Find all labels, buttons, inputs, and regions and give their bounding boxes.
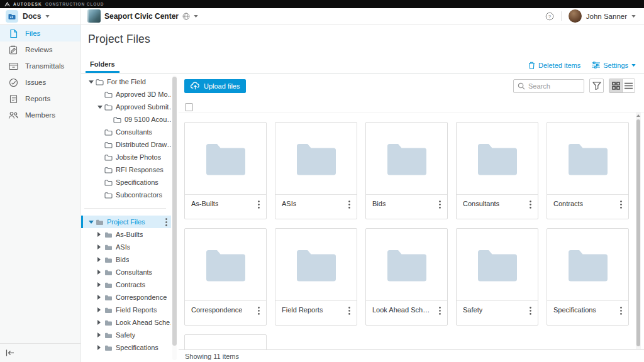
help-icon[interactable]: ? <box>545 12 554 21</box>
folder-filled-icon <box>104 319 113 326</box>
tree-item-specifications[interactable]: Specifications <box>81 341 171 354</box>
folder-card-label: Look Ahead Schedules <box>372 306 432 314</box>
folder-card-safety[interactable]: Safety <box>456 228 538 326</box>
tree-item-specifications[interactable]: Specifications <box>81 176 171 189</box>
tree-item-09-5100-acou[interactable]: 09 5100 Acou… <box>81 113 171 126</box>
upload-files-button[interactable]: Upload files <box>184 79 246 93</box>
folder-card-field-reports[interactable]: Field Reports <box>275 228 357 326</box>
folder-filled-icon <box>104 244 113 251</box>
tree-scrollbar[interactable] <box>172 75 177 360</box>
content-scrollbar-thumb[interactable] <box>636 119 640 346</box>
folder-card-partial[interactable] <box>184 334 267 349</box>
tree-item-menu-button[interactable] <box>165 218 167 226</box>
caret-down-icon[interactable] <box>97 106 104 109</box>
tab-folders-label: Folders <box>90 60 115 68</box>
tree-item-label: Safety <box>116 331 135 339</box>
tree-scrollbar-thumb[interactable] <box>172 77 177 346</box>
reviews-icon <box>8 45 18 55</box>
caret-down-icon[interactable] <box>89 80 96 84</box>
caret-right-icon[interactable] <box>97 232 104 237</box>
caret-right-icon[interactable] <box>97 345 104 350</box>
tree-item-consultants[interactable]: Consultants <box>81 266 171 278</box>
search-input[interactable] <box>528 82 580 90</box>
folder-card-consultants[interactable]: Consultants <box>456 122 538 219</box>
sidebar-item-label: Reviews <box>25 46 52 53</box>
folder-filled-icon <box>104 256 113 263</box>
tree-item-approved-3d-mo[interactable]: Approved 3D Mo… <box>81 88 171 101</box>
tree-item-subcontractors[interactable]: Subcontractors <box>81 189 171 201</box>
caret-right-icon[interactable] <box>97 270 104 275</box>
folder-card-menu-button[interactable] <box>346 306 353 315</box>
folder-card-menu-button[interactable] <box>436 306 443 315</box>
caret-right-icon[interactable] <box>97 307 104 312</box>
folder-card-menu-button[interactable] <box>255 200 262 209</box>
collapse-panel-icon[interactable] <box>6 349 14 356</box>
user-menu[interactable]: John Sanner <box>569 9 636 23</box>
folder-card-footer: Correspondence <box>185 301 266 325</box>
tree-item-rfi-responses[interactable]: RFI Responses <box>81 163 171 176</box>
tree-item-contracts[interactable]: Contracts <box>81 278 171 291</box>
top-brand-bar: AUTODESK CONSTRUCTION CLOUD <box>0 0 644 8</box>
folder-large-icon <box>567 248 609 282</box>
project-switcher[interactable]: Seaport Civic Center <box>81 8 198 24</box>
folder-card-look-ahead-schedules[interactable]: Look Ahead Schedules <box>365 228 448 326</box>
caret-right-icon[interactable] <box>97 332 104 337</box>
folder-card-bids[interactable]: Bids <box>365 122 448 219</box>
tree-item-safety[interactable]: Safety <box>81 329 171 341</box>
caret-right-icon[interactable] <box>97 257 104 262</box>
folder-card-menu-button[interactable] <box>527 306 534 315</box>
tree-item-jobsite-photos[interactable]: Jobsite Photos <box>81 151 171 163</box>
tree-item-consultants[interactable]: Consultants <box>81 126 171 138</box>
folder-large-icon <box>296 248 337 282</box>
tree-item-label: Contracts <box>116 281 145 288</box>
tab-folders[interactable]: Folders <box>86 57 119 73</box>
caret-right-icon[interactable] <box>97 282 104 287</box>
tree-item-project-files[interactable]: Project Files <box>81 216 171 228</box>
folder-card-menu-button[interactable] <box>527 200 534 209</box>
folder-card-menu-button[interactable] <box>436 200 443 209</box>
tree-item-for-the-field[interactable]: For the Field <box>81 75 171 88</box>
caret-right-icon[interactable] <box>97 320 104 325</box>
sidebar-item-members[interactable]: Members <box>0 107 80 123</box>
folder-card-asis[interactable]: ASIs <box>275 122 357 219</box>
folder-card-label: Consultants <box>463 200 499 207</box>
sidebar-item-transmittals[interactable]: Transmittals <box>0 58 80 74</box>
folder-filled-icon <box>104 344 113 351</box>
folder-card-contracts[interactable]: Contracts <box>547 122 629 219</box>
sidebar-item-reports[interactable]: Reports <box>0 90 80 107</box>
filter-button[interactable] <box>589 79 604 93</box>
list-view-button[interactable] <box>622 79 635 92</box>
tree-item-correspondence[interactable]: Correspondence <box>81 291 171 304</box>
grid-view-button[interactable] <box>609 79 622 92</box>
content-scrollbar[interactable] <box>636 112 641 349</box>
caret-right-icon[interactable] <box>97 295 104 300</box>
folder-filled-icon <box>96 219 104 226</box>
select-all-checkbox[interactable] <box>185 103 193 111</box>
folder-large-icon <box>567 142 609 175</box>
tree-item-look-ahead-sche[interactable]: Look Ahead Sche… <box>81 316 171 329</box>
folder-card-menu-button[interactable] <box>618 306 625 315</box>
tree-item-approved-submit[interactable]: Approved Submit… <box>81 101 171 113</box>
tree-item-asis[interactable]: ASIs <box>81 241 171 253</box>
folder-card-correspondence[interactable]: Correspondence <box>184 228 267 326</box>
settings-button[interactable]: Settings <box>592 62 636 69</box>
folder-card-specifications[interactable]: Specifications <box>547 228 629 326</box>
caret-right-icon[interactable] <box>97 244 104 250</box>
tree-item-bids[interactable]: Bids <box>81 253 171 266</box>
folder-card-menu-button[interactable] <box>255 306 262 315</box>
caret-down-icon[interactable] <box>89 221 96 224</box>
module-switcher[interactable]: Docs <box>0 8 81 24</box>
deleted-items-label: Deleted items <box>538 62 580 69</box>
folder-card-menu-button[interactable] <box>346 200 353 209</box>
tree-item-as-builts[interactable]: As-Builts <box>81 228 171 241</box>
tree-item-field-reports[interactable]: Field Reports <box>81 304 171 316</box>
sidebar-item-issues[interactable]: Issues <box>0 74 80 90</box>
sidebar-item-reviews[interactable]: Reviews <box>0 41 80 58</box>
folder-card-as-builts[interactable]: As-Builts <box>184 122 267 219</box>
sidebar-item-files[interactable]: Files <box>0 25 80 41</box>
folder-card-menu-button[interactable] <box>618 200 625 209</box>
tree-item-distributed-draw[interactable]: Distributed Draw… <box>81 138 171 151</box>
folder-large-icon <box>477 142 518 175</box>
deleted-items-button[interactable]: Deleted items <box>528 62 580 69</box>
scroll-up-arrow[interactable] <box>636 114 640 117</box>
